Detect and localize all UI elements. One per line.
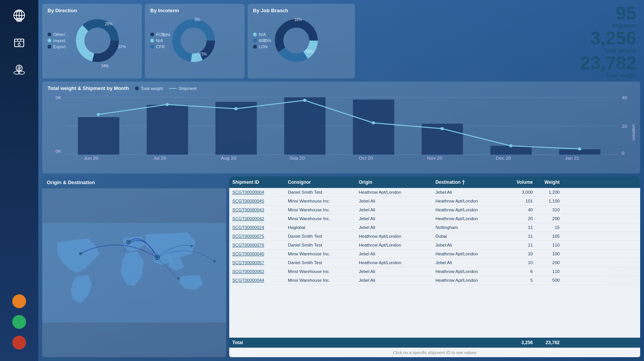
red-dot[interactable]: [12, 336, 26, 350]
monthly-chart-area: 5K 0K 40 20 0 Total weight Shipment: [48, 93, 635, 160]
shipment-value: 95: [612, 4, 636, 23]
table-row[interactable]: SCGT00000040 Minsi Warehouse Inc. Jebel …: [229, 250, 640, 258]
td-consignor: Daniel Smith Test: [285, 188, 356, 196]
package-nav-icon[interactable]: [8, 31, 31, 54]
td-shipment-id[interactable]: SCGT00000044: [229, 276, 285, 284]
td-consignor: Daniel Smith Test: [285, 258, 356, 267]
td-volume: 10: [509, 258, 536, 267]
table-row[interactable]: SCGT00000043 Minsi Warehouse Inc. Jebel …: [229, 206, 640, 214]
svg-rect-34: [284, 97, 325, 155]
td-volume: 3,000: [509, 188, 536, 196]
table-row[interactable]: SCGT00000057 Daniel Smith Test Heathrow …: [229, 258, 640, 267]
td-shipment-id[interactable]: SCGT00000024: [229, 223, 285, 232]
th-consignor: Consignor: [285, 180, 356, 185]
other-legend-dot: [48, 33, 51, 36]
na-branch-label: N/A: [259, 32, 266, 37]
fob-legend-dot: [150, 33, 154, 36]
td-spacer: [563, 258, 569, 267]
main-content: By Direction Other/... Import: [38, 0, 644, 361]
td-origin: Jebel Ali: [356, 214, 432, 223]
td-volume: 5: [509, 276, 536, 284]
td-weight: 200: [536, 214, 563, 223]
table-row[interactable]: SCGT00000024 Haglobal Jebel Ali Nottingh…: [229, 223, 640, 232]
jobbranch-legend-na: N/A: [253, 32, 268, 37]
td-weight: 105: [536, 232, 563, 240]
td-volume: 20: [509, 214, 536, 223]
svg-text:Jun 20: Jun 20: [84, 156, 99, 160]
th-weight: Weight: [536, 180, 563, 185]
td-shipment-id[interactable]: SCGT00000040: [229, 250, 285, 258]
table-row[interactable]: SCGT00000076 Daniel Smith Test Heathrow …: [229, 241, 640, 250]
td-destination: Heathrow Apt/London: [432, 267, 509, 276]
table-row[interactable]: SCGT00000045 Minsi Warehouse Inc. Jebel …: [229, 197, 640, 206]
top-charts-row: By Direction Other/... Import: [42, 4, 640, 78]
shipment-legend-label: Shipment: [179, 86, 196, 91]
na-incoterm-legend-dot: [150, 39, 154, 42]
footer-total-weight: 23,782: [536, 340, 563, 345]
td-origin: Heathrow Apt/London: [356, 232, 432, 240]
monthly-chart-card: Total weight & Shipment by Month Total w…: [42, 82, 640, 173]
td-consignor: Daniel Smith Test: [285, 232, 356, 240]
import-label: Import: [53, 38, 65, 43]
orange-dot[interactable]: [12, 294, 26, 308]
td-volume: 101: [509, 197, 536, 205]
monthly-chart-header: Total weight & Shipment by Month Total w…: [48, 85, 635, 91]
weight-stat: 23,782 Total weight: [580, 54, 636, 78]
svg-text:0K: 0K: [55, 149, 61, 154]
table-row[interactable]: SCGT00000004 Daniel Smith Test Heathrow …: [229, 188, 640, 197]
table-row[interactable]: SCGT00000042 Minsi Warehouse Inc. Jebel …: [229, 214, 640, 223]
monthly-chart-svg: 5K 0K 40 20 0 Total weight Shipment: [48, 93, 635, 160]
td-destination: Heathrow Apt/London: [432, 197, 509, 205]
td-shipment-id[interactable]: SCGT00000004: [229, 188, 285, 196]
td-shipment-id[interactable]: SCGT00000045: [229, 197, 285, 205]
td-destination: Heathrow Apt/London: [432, 276, 509, 284]
td-origin: Jebel Ali: [356, 206, 432, 214]
jobbranch-legend-lon: LON: [253, 44, 268, 49]
green-dot[interactable]: [12, 315, 26, 329]
shipment-legend-line: [169, 88, 177, 89]
table-row[interactable]: SCGT00000075 Daniel Smith Test Heathrow …: [229, 232, 640, 241]
td-shipment-id[interactable]: SCGT00000076: [229, 241, 285, 249]
direction-chart-title: By Direction: [48, 8, 136, 13]
table-row[interactable]: SCGT00000062 Minsi Warehouse Inc. Jebel …: [229, 267, 640, 276]
svg-point-45: [509, 144, 513, 147]
td-shipment-id[interactable]: SCGT00000075: [229, 232, 285, 240]
sidebar: [0, 0, 38, 361]
jobbranch-chart-card: By Job Branch N/A BIR LON: [248, 4, 355, 78]
monthly-chart-title: Total weight & Shipment by Month: [48, 85, 129, 91]
volume-value: 3,256: [590, 29, 636, 47]
td-volume: 11: [509, 223, 536, 232]
th-volume: Volume: [509, 180, 536, 185]
weight-value: 23,782: [580, 54, 636, 72]
direction-donut-row: Other/... Import Export: [48, 16, 136, 65]
table-footer: Total 3,256 23,782: [229, 338, 640, 348]
footer-empty3: [432, 340, 509, 345]
svg-point-44: [440, 127, 444, 130]
totalweight-legend: Total weight: [135, 86, 163, 91]
td-weight: 1,100: [536, 197, 563, 205]
svg-point-40: [166, 103, 169, 106]
td-weight: 310: [536, 206, 563, 214]
table-row[interactable]: SCGT00000044 Minsi Warehouse Inc. Jebel …: [229, 276, 640, 285]
globe-nav-icon[interactable]: [8, 4, 31, 27]
svg-text:Oct 20: Oct 20: [359, 156, 373, 160]
svg-point-60: [79, 252, 82, 255]
td-shipment-id[interactable]: SCGT00000043: [229, 206, 285, 214]
td-spacer: [563, 232, 569, 240]
td-origin: Jebel Ali: [356, 267, 432, 276]
svg-point-62: [177, 278, 179, 280]
td-shipment-id[interactable]: SCGT00000042: [229, 214, 285, 223]
td-shipment-id[interactable]: SCGT00000062: [229, 267, 285, 276]
table-body[interactable]: SCGT00000004 Daniel Smith Test Heathrow …: [229, 188, 640, 338]
svg-text:Sep 20: Sep 20: [290, 156, 305, 160]
svg-text:20: 20: [622, 124, 627, 129]
td-destination: Nottingham: [432, 223, 509, 232]
td-consignor: Minsi Warehouse Inc.: [285, 267, 356, 276]
money-nav-icon[interactable]: [8, 57, 31, 80]
table-header: Shipment ID Consignor Origin Destination…: [229, 176, 640, 188]
svg-rect-35: [353, 100, 394, 155]
footer-total-volume: 3,256: [509, 340, 536, 345]
direction-legend-export: Export: [48, 44, 69, 49]
td-shipment-id[interactable]: SCGT00000057: [229, 258, 285, 267]
td-consignor: Minsi Warehouse Inc.: [285, 197, 356, 205]
